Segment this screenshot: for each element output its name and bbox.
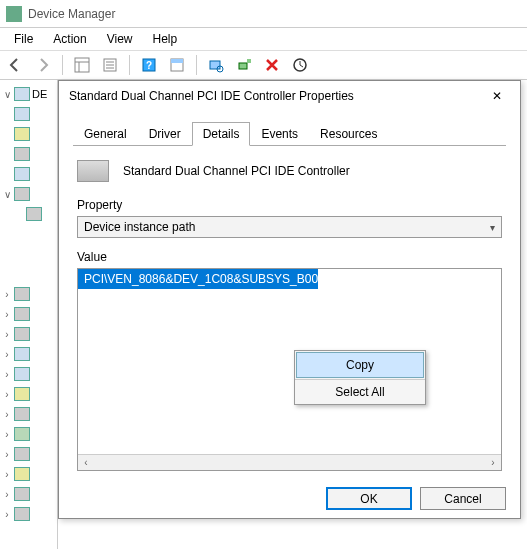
tree-item-icon[interactable] [14, 367, 30, 381]
tree-item-icon[interactable] [26, 207, 42, 221]
svg-rect-13 [239, 63, 247, 69]
tree-item-icon[interactable] [14, 347, 30, 361]
action-icon[interactable] [166, 54, 188, 76]
tab-strip: General Driver Details Events Resources [73, 121, 506, 146]
help-icon[interactable]: ? [138, 54, 160, 76]
device-name: Standard Dual Channel PCI IDE Controller [123, 164, 350, 178]
context-copy[interactable]: Copy [296, 352, 424, 378]
computer-icon [14, 87, 30, 101]
menu-action[interactable]: Action [43, 30, 96, 48]
device-tree[interactable]: ∨DE ∨ › › › › › › › › › › › › [0, 80, 58, 549]
properties-icon[interactable] [99, 54, 121, 76]
svg-rect-0 [75, 58, 89, 72]
svg-rect-11 [210, 61, 220, 69]
tree-item-icon[interactable] [14, 327, 30, 341]
tree-item-icon[interactable] [14, 107, 30, 121]
expander-icon[interactable]: ∨ [2, 189, 12, 200]
tree-item-icon[interactable] [14, 407, 30, 421]
add-hardware-icon[interactable] [233, 54, 255, 76]
tree-item-icon[interactable] [14, 387, 30, 401]
menu-file[interactable]: File [4, 30, 43, 48]
tree-view-icon[interactable] [71, 54, 93, 76]
separator [129, 55, 130, 75]
svg-text:?: ? [146, 60, 152, 71]
menu-view[interactable]: View [97, 30, 143, 48]
chevron-down-icon: ▾ [490, 222, 495, 233]
forward-icon[interactable] [32, 54, 54, 76]
tree-item-icon[interactable] [14, 287, 30, 301]
tree-item-icon[interactable] [14, 487, 30, 501]
tree-item-icon[interactable] [14, 167, 30, 181]
app-icon [6, 6, 22, 22]
separator [196, 55, 197, 75]
scroll-track[interactable] [94, 455, 485, 470]
value-listbox[interactable]: PCI\VEN_8086&DEV_1C08&SUBSYS_B002 ‹ › [77, 268, 502, 471]
uninstall-icon[interactable] [261, 54, 283, 76]
tab-details[interactable]: Details [192, 122, 251, 146]
value-item[interactable]: PCI\VEN_8086&DEV_1C08&SUBSYS_B002 [78, 269, 318, 289]
context-menu: Copy Select All [294, 350, 426, 405]
tab-resources[interactable]: Resources [309, 122, 388, 146]
dialog-title: Standard Dual Channel PCI IDE Controller… [69, 89, 354, 103]
scan-icon[interactable] [205, 54, 227, 76]
svg-rect-14 [247, 59, 251, 63]
property-selected: Device instance path [84, 220, 195, 234]
tree-item-icon[interactable] [14, 187, 30, 201]
horizontal-scrollbar[interactable]: ‹ › [78, 454, 501, 470]
menu-help[interactable]: Help [143, 30, 188, 48]
svg-rect-10 [171, 59, 183, 63]
tree-item-icon[interactable] [14, 427, 30, 441]
toolbar: ? [0, 50, 527, 80]
tree-item-icon[interactable] [14, 447, 30, 461]
close-icon[interactable]: ✕ [484, 85, 510, 107]
cancel-button[interactable]: Cancel [420, 487, 506, 510]
property-combobox[interactable]: Device instance path ▾ [77, 216, 502, 238]
tab-events[interactable]: Events [250, 122, 309, 146]
tab-general[interactable]: General [73, 122, 138, 146]
tab-driver[interactable]: Driver [138, 122, 192, 146]
menubar: File Action View Help [0, 28, 527, 50]
context-select-all[interactable]: Select All [295, 379, 425, 404]
window-title: Device Manager [28, 7, 115, 21]
expander-icon[interactable]: ∨ [2, 89, 12, 100]
tree-item-icon[interactable] [14, 507, 30, 521]
property-label: Property [77, 198, 502, 212]
ok-button[interactable]: OK [326, 487, 412, 510]
scroll-left-icon[interactable]: ‹ [78, 455, 94, 470]
tree-item-icon[interactable] [14, 147, 30, 161]
properties-dialog: Standard Dual Channel PCI IDE Controller… [58, 80, 521, 519]
tree-item-icon[interactable] [14, 127, 30, 141]
separator [62, 55, 63, 75]
value-label: Value [77, 250, 502, 264]
tree-item-icon[interactable] [14, 467, 30, 481]
scroll-right-icon[interactable]: › [485, 455, 501, 470]
update-driver-icon[interactable] [289, 54, 311, 76]
device-icon [77, 160, 109, 182]
tree-root-label[interactable]: DE [32, 88, 47, 100]
tree-item-icon[interactable] [14, 307, 30, 321]
back-icon[interactable] [4, 54, 26, 76]
